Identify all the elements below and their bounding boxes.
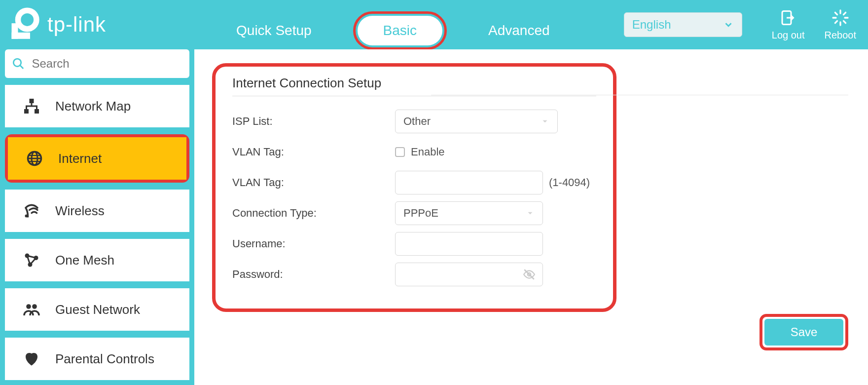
row-vlan-enable: VLAN Tag: Enable [232,138,596,166]
chevron-down-icon [723,19,734,30]
svg-line-9 [843,21,845,23]
wifi-icon [23,202,40,220]
connection-type-value: PPPoE [403,207,438,220]
vlan-enable-checkbox[interactable] [395,147,405,157]
vlan-tag-input[interactable] [395,171,543,194]
sidebar-item-one-mesh[interactable]: One Mesh [5,239,189,281]
svg-point-22 [25,215,28,218]
reboot-button[interactable]: Reboot [825,9,857,41]
sidebar-item-network-map[interactable]: Network Map [5,85,189,127]
row-password: Password: [232,260,596,289]
reboot-icon [832,9,849,27]
svg-point-0 [18,10,36,29]
vlan-enable-text: Enable [411,146,445,158]
logout-icon [779,9,797,27]
svg-line-8 [835,12,837,14]
sidebar-item-label: Guest Network [55,302,140,317]
svg-rect-2 [12,33,30,39]
vlan-tag-hint: (1-4094) [549,176,590,189]
vlan-tag-label: VLAN Tag: [232,176,395,189]
eye-off-icon[interactable] [523,268,536,281]
parental-controls-icon [23,350,40,368]
tab-basic[interactable]: Basic [358,16,442,45]
divider [431,95,848,95]
search-input[interactable] [32,57,182,71]
connection-type-label: Connection Type: [232,207,395,220]
globe-icon [26,150,43,167]
sidebar-item-label: One Mesh [55,253,114,268]
isp-list-label: ISP List: [232,115,395,128]
vlan-enable-label: VLAN Tag: [232,146,395,158]
sidebar-item-parental-controls[interactable]: Parental Controls [5,338,189,380]
username-input[interactable] [395,232,543,256]
sidebar-item-label: Parental Controls [55,351,154,367]
row-connection-type: Connection Type: PPPoE [232,199,596,228]
language-selected: English [632,18,671,32]
isp-list-select[interactable]: Other [395,110,558,133]
password-label: Password: [232,268,395,281]
language-select[interactable]: English [624,12,742,37]
header: tp-link Quick Setup Basic Advanced Engli… [0,0,868,49]
network-map-icon [23,97,40,115]
svg-rect-16 [35,109,39,114]
main-content: Internet Connection Setup ISP List: Othe… [194,49,868,385]
row-isp-list: ISP List: Other [232,107,596,136]
main-tabs: Quick Setup Basic Advanced [215,11,572,50]
save-button[interactable]: Save [764,319,843,346]
logout-button[interactable]: Log out [772,9,805,41]
brand-name: tp-link [47,13,106,37]
svg-rect-15 [24,109,29,114]
search-icon [12,56,25,71]
brand-logo: tp-link [6,7,106,42]
save-button-highlight: Save [760,314,848,350]
tab-quick-setup[interactable]: Quick Setup [215,14,333,47]
isp-list-value: Other [403,115,431,128]
reboot-label: Reboot [825,30,857,41]
tp-link-logo-icon [6,7,41,42]
sidebar-item-label: Internet [58,151,102,166]
panel-title: Internet Connection Setup [232,76,596,91]
svg-rect-14 [30,99,34,103]
username-label: Username: [232,237,395,250]
logout-label: Log out [772,30,805,41]
row-username: Username: [232,230,596,258]
sidebar-item-wireless[interactable]: Wireless [5,190,189,232]
tab-advanced[interactable]: Advanced [467,14,572,47]
chevron-down-icon [526,209,535,218]
sidebar-item-label: Wireless [55,203,105,219]
svg-point-27 [32,304,37,309]
svg-line-11 [843,12,845,14]
svg-line-10 [835,21,837,23]
guest-network-icon [23,301,40,318]
sidebar: Network Map Internet Wireless One Mesh G… [0,49,194,385]
sidebar-item-label: Network Map [55,99,131,114]
sidebar-item-guest-network[interactable]: Guest Network [5,288,189,331]
internet-connection-panel: Internet Connection Setup ISP List: Othe… [212,63,616,312]
svg-point-12 [13,59,21,66]
svg-line-13 [20,65,24,69]
sidebar-item-internet[interactable]: Internet [8,137,186,180]
row-vlan-tag: VLAN Tag: (1-4094) [232,168,596,197]
search-box[interactable] [5,49,189,78]
chevron-down-icon [541,117,549,126]
svg-point-26 [26,304,31,309]
connection-type-select[interactable]: PPPoE [395,201,543,225]
sidebar-item-internet-highlight: Internet [5,134,189,183]
mesh-icon [23,251,40,269]
tab-basic-highlight: Basic [353,11,447,50]
password-input[interactable] [395,263,543,286]
